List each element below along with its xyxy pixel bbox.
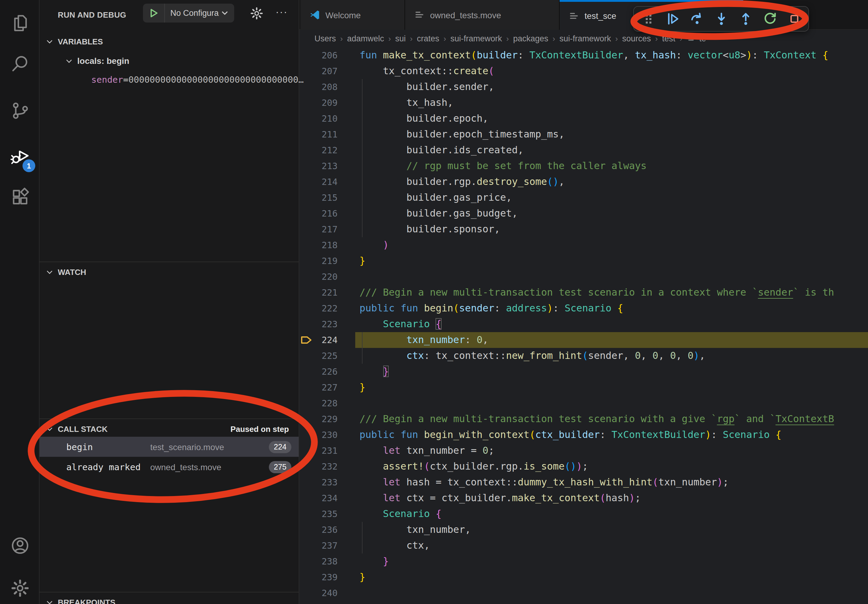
code-line-231[interactable]: 231 let txn_number = 0; — [299, 443, 868, 458]
line-number[interactable]: 224 — [299, 332, 338, 348]
code-line-217[interactable]: 217 builder.sponsor, — [299, 221, 868, 237]
line-number[interactable]: 229 — [299, 411, 338, 427]
line-number[interactable]: 221 — [299, 284, 338, 300]
line-number[interactable]: 233 — [299, 474, 338, 490]
stop-button[interactable] — [786, 11, 802, 27]
views-more-actions-button[interactable]: ··· — [274, 6, 290, 21]
line-number[interactable]: 215 — [299, 189, 338, 205]
step-over-button[interactable] — [688, 11, 705, 27]
line-number[interactable]: 239 — [299, 569, 338, 585]
code-line-211[interactable]: 211 builder.epoch_timestamp_ms, — [299, 126, 868, 142]
breakpoints-section-header[interactable]: BREAKPOINTS — [40, 594, 299, 604]
code-line-210[interactable]: 210 builder.epoch, — [299, 110, 868, 126]
code-line-216[interactable]: 216 builder.gas_budget, — [299, 205, 868, 221]
line-number[interactable]: 238 — [299, 553, 338, 569]
activitybar-run-and-debug[interactable]: 1 — [0, 139, 40, 173]
activitybar-settings[interactable] — [0, 571, 40, 604]
code-line-227[interactable]: 227} — [299, 379, 868, 395]
line-number[interactable]: 225 — [299, 348, 338, 364]
activitybar-extensions[interactable] — [0, 180, 40, 214]
line-number[interactable]: 227 — [299, 379, 338, 395]
code-line-207[interactable]: 207 tx_context::create( — [299, 63, 868, 79]
code-line-239[interactable]: 239} — [299, 569, 868, 585]
configuration-label[interactable]: No Configura — [170, 9, 219, 18]
line-number[interactable]: 240 — [299, 585, 338, 601]
line-number[interactable]: 222 — [299, 300, 338, 316]
code-line-226[interactable]: 226 } — [299, 364, 868, 379]
code-line-213[interactable]: 213 // rgp must be set from the caller a… — [299, 158, 868, 173]
line-number[interactable]: 241 — [299, 601, 338, 604]
line-number[interactable]: 216 — [299, 205, 338, 221]
code-line-214[interactable]: 214 builder.rgp.destroy_some(), — [299, 173, 868, 189]
chevron-down-icon[interactable] — [220, 9, 229, 18]
line-number[interactable]: 235 — [299, 506, 338, 522]
line-number[interactable]: 208 — [299, 79, 338, 94]
code-line-206[interactable]: 206fun make_tx_context(builder: TxContex… — [299, 47, 868, 63]
line-number[interactable]: 231 — [299, 443, 338, 458]
code-line-234[interactable]: 234 let ctx = ctx_builder.make_tx_contex… — [299, 490, 868, 506]
drag-handle[interactable] — [640, 11, 656, 27]
code-line-218[interactable]: 218 ) — [299, 237, 868, 253]
code-line-223[interactable]: 223 Scenario { — [299, 316, 868, 332]
line-number[interactable]: 211 — [299, 126, 338, 142]
activitybar-search[interactable] — [0, 47, 40, 81]
step-out-button[interactable] — [737, 11, 754, 27]
line-number[interactable]: 237 — [299, 537, 338, 553]
code-line-238[interactable]: 238 } — [299, 553, 868, 569]
line-number[interactable]: 232 — [299, 458, 338, 474]
line-number[interactable]: 207 — [299, 63, 338, 79]
code-line-232[interactable]: 232 assert!(ctx_builder.rgp.is_some()); — [299, 458, 868, 474]
line-number[interactable]: 236 — [299, 522, 338, 537]
line-number[interactable]: 219 — [299, 253, 338, 268]
line-number[interactable]: 210 — [299, 110, 338, 126]
variables-scope-row[interactable]: locals: begin — [40, 52, 299, 69]
code-line-229[interactable]: 229/// Begin a new multi-transaction tes… — [299, 411, 868, 427]
code-line-215[interactable]: 215 builder.gas_price, — [299, 189, 868, 205]
line-number[interactable]: 234 — [299, 490, 338, 506]
line-number[interactable]: 209 — [299, 94, 338, 110]
call-stack-frame-already_marked[interactable]: already_markedowned_tests.move275 — [40, 457, 299, 477]
watch-section-header[interactable]: WATCH — [40, 264, 299, 280]
code-line-228[interactable]: 228 — [299, 395, 868, 411]
code-line-230[interactable]: 230public fun begin_with_context(ctx_bui… — [299, 427, 868, 443]
continue-button[interactable] — [664, 11, 680, 27]
code-line-209[interactable]: 209 tx_hash, — [299, 94, 868, 110]
call-stack-section-header[interactable]: CALL STACK Paused on step — [40, 421, 299, 437]
code-line-219[interactable]: 219} — [299, 253, 868, 268]
line-number[interactable]: 217 — [299, 221, 338, 237]
activitybar-source-control[interactable] — [0, 94, 40, 128]
line-number[interactable]: 218 — [299, 237, 338, 253]
activitybar-accounts[interactable] — [0, 528, 40, 563]
code-line-208[interactable]: 208 builder.sender, — [299, 79, 868, 94]
line-number[interactable]: 206 — [299, 47, 338, 63]
line-number[interactable]: 220 — [299, 268, 338, 284]
restart-button[interactable] — [761, 11, 778, 27]
launch-configuration-picker[interactable]: No Configura — [143, 4, 234, 23]
code-line-241[interactable]: 241/// Creates and shares system objects… — [299, 601, 868, 604]
code-line-235[interactable]: 235 Scenario { — [299, 506, 868, 522]
step-into-button[interactable] — [713, 11, 729, 27]
line-number[interactable]: 228 — [299, 395, 338, 411]
line-number[interactable]: 213 — [299, 158, 338, 173]
code-line-220[interactable]: 220 — [299, 268, 868, 284]
line-number[interactable]: 230 — [299, 427, 338, 443]
code-line-237[interactable]: 237 ctx, — [299, 537, 868, 553]
code-editor[interactable]: 206fun make_tx_context(builder: TxContex… — [299, 0, 868, 604]
code-line-221[interactable]: 221/// Begin a new multi-transaction tes… — [299, 284, 868, 300]
debug-settings-gear-icon[interactable] — [250, 6, 264, 21]
line-number[interactable]: 223 — [299, 316, 338, 332]
variables-section-header[interactable]: VARIABLES — [40, 34, 299, 49]
call-stack-frame-begin[interactable]: begintest_scenario.move224 — [40, 437, 299, 457]
code-line-236[interactable]: 236 txn_number, — [299, 522, 868, 537]
line-number[interactable]: 226 — [299, 364, 338, 379]
code-line-222[interactable]: 222public fun begin(sender: address): Sc… — [299, 300, 868, 316]
code-line-240[interactable]: 240 — [299, 585, 868, 601]
line-number[interactable]: 212 — [299, 142, 338, 158]
code-line-233[interactable]: 233 let hash = tx_context::dummy_tx_hash… — [299, 474, 868, 490]
line-number[interactable]: 214 — [299, 173, 338, 189]
code-line-225[interactable]: 225 ctx: tx_context::new_from_hint(sende… — [299, 348, 868, 364]
code-line-224[interactable]: 224 txn_number: 0, — [299, 332, 868, 348]
variable-row[interactable]: sender = 0000000000000000000000000000000… — [40, 71, 299, 88]
code-line-212[interactable]: 212 builder.ids_created, — [299, 142, 868, 158]
start-debugging-icon[interactable] — [148, 7, 160, 19]
